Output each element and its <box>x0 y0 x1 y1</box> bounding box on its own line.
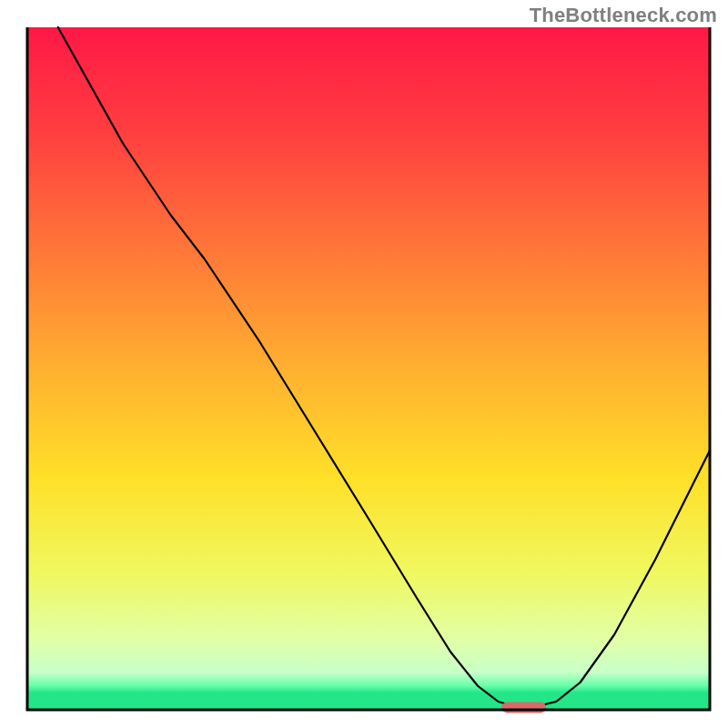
chart-svg <box>0 0 728 728</box>
watermark-text: TheBottleneck.com <box>530 4 717 27</box>
chart-background <box>27 27 710 710</box>
marker-optimal-region <box>501 702 546 713</box>
chart-container: TheBottleneck.com <box>0 0 728 728</box>
